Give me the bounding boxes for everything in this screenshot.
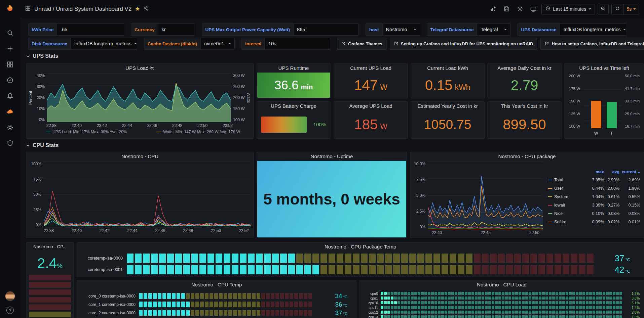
bar-chart-plot[interactable]: WT	[582, 74, 623, 136]
panel-title[interactable]: UPS Runtime	[257, 64, 330, 73]
panel-title[interactable]: Estimated Yearly Cost in kr	[411, 102, 484, 110]
ups-load-chart-plot[interactable]	[47, 73, 231, 122]
led-cell	[445, 292, 447, 295]
create-plus-icon[interactable]	[6, 45, 14, 53]
led-cell	[428, 311, 430, 314]
section-ups-stats[interactable]: UPS Stats	[26, 53, 58, 59]
cpu-package-chart-plot[interactable]	[428, 162, 543, 229]
help-icon[interactable]: ?	[6, 307, 14, 314]
led-gauge-row: coretemp-isa-000142°C	[77, 264, 644, 275]
led-cell	[455, 297, 457, 300]
legend-row[interactable]: User6.44%2.00%1.90%	[548, 184, 640, 192]
panel-title[interactable]: Current Load kWh	[411, 64, 484, 73]
led-cell	[582, 301, 585, 304]
variable-select[interactable]: nvme0n1	[200, 38, 235, 50]
save-dashboard-icon[interactable]	[501, 4, 512, 14]
tv-cycle-view-icon[interactable]	[528, 4, 539, 14]
y-axis-left: 200 W175 W150 W125 W100 W	[567, 74, 582, 136]
legend-header-max[interactable]: max	[586, 170, 604, 174]
led-cell	[532, 306, 535, 309]
led-cell	[482, 311, 484, 314]
led-cell	[599, 311, 602, 314]
user-avatar[interactable]	[5, 291, 15, 301]
dashboard-link[interactable]: How to setup Grafana, InfluxDB and Teleg…	[540, 38, 644, 50]
chevron-down-icon	[134, 43, 137, 44]
variable-select[interactable]: InfluxDB longterm_metrics	[560, 24, 626, 36]
dashboards-icon[interactable]	[6, 60, 14, 69]
refresh-interval-picker[interactable]: 5s	[623, 4, 639, 14]
panel-title[interactable]: Average Daily Cost in kr	[488, 64, 561, 73]
panel-title[interactable]: Average UPS Load	[334, 102, 408, 110]
led-cell	[408, 315, 410, 318]
admin-shield-icon[interactable]	[6, 139, 14, 147]
legend-item[interactable]: UPS LoadMin: 17% Max: 30% Avg: 20%	[46, 130, 127, 134]
led-cell	[191, 254, 198, 263]
cloud-icon[interactable]	[6, 108, 14, 116]
zoom-out-button[interactable]	[598, 4, 609, 14]
panel-title[interactable]: Nostromo - CP...	[26, 242, 74, 251]
panel-title[interactable]: UPS Load %	[26, 64, 254, 73]
legend-row[interactable]: Nice0.10%0.08%0.08%	[548, 209, 640, 218]
led-cell	[369, 265, 376, 274]
dashboard-grid-icon[interactable]	[25, 5, 31, 13]
panel-title[interactable]: Nostromo - CPU Package Temp	[77, 242, 644, 251]
legend-row[interactable]: iowait3.39%0.27%0.15%	[548, 201, 640, 209]
led-cell	[522, 254, 529, 263]
variable-input[interactable]: 865	[293, 24, 359, 36]
panel-title[interactable]: UPS Load vs Time left	[565, 64, 644, 73]
axis-tick: 150 W	[567, 99, 580, 103]
variable-input[interactable]: 10s	[265, 38, 330, 50]
gauge-value: 42°C	[599, 265, 639, 275]
panel-title[interactable]: Nostromo - CPU Temp	[77, 280, 356, 289]
legend-avg: 0.61%	[604, 194, 619, 199]
led-cell	[183, 254, 190, 263]
variable-select[interactable]: InfluxDB longterm_metrics	[71, 38, 137, 50]
panel-title[interactable]: Nostromo - CPU	[26, 152, 254, 161]
legend-row[interactable]: Total7.85%2.99%2.69%	[548, 176, 640, 184]
variable-input[interactable]: .65	[57, 24, 124, 36]
variable-select[interactable]: Telegraf	[477, 24, 510, 36]
axis-tick: 5.0%	[412, 193, 425, 198]
legend-item[interactable]: WattsMin: 147 W Max: 260 W Avg: 170 W	[156, 130, 240, 134]
led-cell	[498, 265, 505, 274]
share-icon[interactable]	[143, 5, 149, 12]
stat-value: 0.15	[425, 77, 453, 93]
dashboard-link[interactable]: Grafana Themes	[337, 38, 386, 50]
led-cell	[606, 311, 609, 314]
led-cell	[495, 315, 498, 318]
cpu-chart-plot[interactable]	[44, 162, 251, 227]
dashboard-settings-gear-icon[interactable]	[515, 4, 525, 14]
panel-title[interactable]: UPS Battery Charge	[257, 102, 330, 110]
favorite-star-icon[interactable]: ★	[135, 6, 140, 12]
led-cell	[549, 297, 552, 300]
legend-row[interactable]: Softirq0.09%0.02%0.01%	[548, 218, 640, 226]
refresh-button[interactable]	[612, 4, 623, 14]
gauge-label: core_1 coretemp-isa-0000	[81, 302, 136, 307]
configuration-gear-icon[interactable]	[6, 124, 14, 132]
panel-title[interactable]: Nostromo - CPU Load	[360, 280, 644, 289]
alerting-bell-icon[interactable]	[6, 92, 14, 100]
stat-unit: W	[380, 83, 387, 92]
variable-input[interactable]: kr	[158, 24, 195, 36]
panel-title[interactable]: Nostromo - CPU package	[410, 152, 644, 161]
led-cell	[589, 315, 592, 318]
dashboard-link[interactable]: Setting up Grafana and InfluxDB for UPS …	[390, 38, 537, 50]
grafana-logo-icon[interactable]	[6, 4, 14, 12]
led-cell	[546, 254, 553, 263]
panel-title[interactable]: Current UPS Load	[334, 64, 408, 73]
legend-header-current[interactable]: current	[619, 170, 640, 174]
explore-compass-icon[interactable]	[6, 76, 14, 84]
time-range-picker[interactable]: Last 15 minutes	[541, 4, 595, 14]
led-cell	[266, 293, 270, 299]
led-cell	[545, 315, 548, 318]
add-panel-icon[interactable]	[488, 4, 498, 14]
variable-select[interactable]: Nostromo	[382, 24, 420, 36]
legend-row[interactable]: System1.04%0.61%0.55%	[548, 192, 640, 201]
panel-title[interactable]: Nostromo - Uptime	[257, 152, 407, 161]
legend-header-avg[interactable]: avg	[604, 170, 619, 174]
section-cpu-stats[interactable]: CPU Stats	[26, 142, 59, 148]
led-cell	[492, 292, 494, 295]
search-icon[interactable]	[6, 29, 14, 37]
panel-title[interactable]: This Year's Cost in kr	[488, 102, 561, 110]
dashboard-title[interactable]: Unraid / Unraid System Dashboard V2	[34, 6, 131, 12]
